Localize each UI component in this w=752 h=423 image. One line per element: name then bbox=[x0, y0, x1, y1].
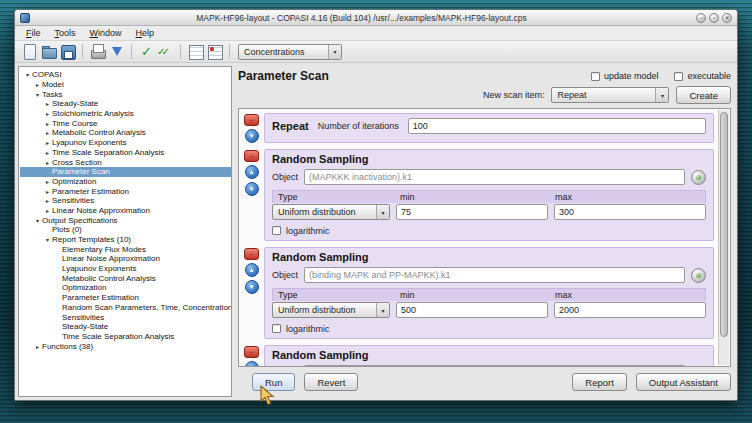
down-arrow-icon[interactable]: ▾ bbox=[33, 91, 42, 98]
create-button[interactable]: Create bbox=[676, 86, 731, 104]
tree-item-linear-noise-approximation[interactable]: Linear Noise Approximation bbox=[20, 254, 231, 264]
min-input[interactable] bbox=[396, 302, 548, 318]
tree-item-model[interactable]: ▸Model bbox=[20, 80, 231, 90]
units-combo[interactable]: Concentrations ▾ bbox=[238, 44, 342, 60]
tree-item-elementary-flux-modes[interactable]: Elementary Flux Modes bbox=[20, 244, 231, 254]
update-model-checkbox[interactable] bbox=[591, 72, 600, 81]
tree-item-output-specifications[interactable]: ▾Output Specifications bbox=[20, 215, 231, 225]
down-arrow-icon[interactable]: ▾ bbox=[33, 217, 42, 224]
tree-item-lyapunov-exponents[interactable]: ▸Lyapunov Exponents bbox=[20, 138, 231, 148]
object-select-button[interactable] bbox=[691, 268, 706, 283]
right-arrow-icon[interactable]: ▸ bbox=[43, 207, 52, 214]
object-select-button[interactable] bbox=[691, 366, 706, 367]
menu-help[interactable]: Help bbox=[129, 28, 162, 38]
right-arrow-icon[interactable]: ▸ bbox=[43, 149, 52, 156]
tree-item-parameter-estimation[interactable]: Parameter Estimation bbox=[20, 293, 231, 303]
distribution-combo[interactable]: Uniform distribution▾ bbox=[272, 204, 390, 220]
logarithmic-checkbox[interactable] bbox=[272, 226, 281, 235]
slider-dialog-icon[interactable] bbox=[187, 43, 204, 60]
menu-tools[interactable]: Tools bbox=[48, 28, 83, 38]
tree-item-random-scan-parameters-time-concentrations[interactable]: Random Scan Parameters, Time, Concentrat… bbox=[20, 303, 231, 313]
revert-button[interactable]: Revert bbox=[304, 373, 358, 391]
tree-item-sensitivities[interactable]: Sensitivities bbox=[20, 312, 231, 322]
tree-item-parameter-estimation[interactable]: ▸Parameter Estimation bbox=[20, 186, 231, 196]
dependencies-icon[interactable] bbox=[206, 43, 223, 60]
tree-item-parameter-scan[interactable]: Parameter Scan bbox=[20, 167, 231, 177]
right-arrow-icon[interactable]: ▸ bbox=[43, 100, 52, 107]
move-down-button[interactable]: ▼ bbox=[245, 182, 259, 196]
open-file-icon[interactable] bbox=[40, 43, 57, 60]
remove-item-button[interactable]: − bbox=[244, 150, 259, 162]
right-arrow-icon[interactable]: ▸ bbox=[43, 197, 52, 204]
minimize-button[interactable]: – bbox=[696, 13, 706, 23]
menu-window[interactable]: Window bbox=[83, 28, 129, 38]
right-arrow-icon[interactable]: ▸ bbox=[33, 81, 42, 88]
move-down-button[interactable]: ▼ bbox=[245, 129, 259, 143]
export-arrow-icon[interactable] bbox=[108, 43, 125, 60]
apply-check-icon[interactable] bbox=[138, 43, 155, 60]
move-up-button[interactable]: ▲ bbox=[245, 165, 259, 179]
tree-item-metabolic-control-analysis[interactable]: ▸Metabolic Control Analysis bbox=[20, 128, 231, 138]
tree-item-tasks[interactable]: ▾Tasks bbox=[20, 89, 231, 99]
down-arrow-icon[interactable]: ▾ bbox=[43, 236, 52, 243]
right-arrow-icon[interactable]: ▸ bbox=[43, 139, 52, 146]
tree-item-functions-38[interactable]: ▸Functions (38) bbox=[20, 341, 231, 351]
move-up-button[interactable]: ▲ bbox=[245, 361, 259, 366]
update-model-option[interactable]: update model bbox=[591, 71, 659, 81]
object-input[interactable] bbox=[304, 267, 685, 283]
remove-item-button[interactable]: − bbox=[244, 248, 259, 260]
tree-item-steady-state[interactable]: ▸Steady-State bbox=[20, 99, 231, 109]
distribution-combo[interactable]: Uniform distribution▾ bbox=[272, 302, 390, 318]
max-input[interactable] bbox=[554, 302, 706, 318]
menu-file[interactable]: File bbox=[19, 28, 48, 38]
min-input[interactable] bbox=[396, 204, 548, 220]
new-file-icon[interactable] bbox=[21, 43, 38, 60]
right-arrow-icon[interactable]: ▸ bbox=[43, 159, 52, 166]
save-icon[interactable] bbox=[59, 43, 76, 60]
tree-item-steady-state[interactable]: Steady-State bbox=[20, 322, 231, 332]
tree-item-report-templates-10[interactable]: ▾Report Templates (10) bbox=[20, 235, 231, 245]
tree-item-stoichiometric-analysis[interactable]: ▸Stoichiometric Analysis bbox=[20, 109, 231, 119]
tree-item-plots-0[interactable]: Plots (0) bbox=[20, 225, 231, 235]
right-arrow-icon[interactable]: ▸ bbox=[43, 120, 52, 127]
object-input[interactable] bbox=[304, 169, 685, 185]
right-arrow-icon[interactable]: ▸ bbox=[33, 343, 42, 350]
right-arrow-icon[interactable]: ▸ bbox=[43, 129, 52, 136]
close-button[interactable]: ✕ bbox=[722, 13, 732, 23]
report-button[interactable]: Report bbox=[572, 373, 627, 391]
logarithmic-checkbox[interactable] bbox=[272, 324, 281, 333]
object-select-button[interactable] bbox=[691, 170, 706, 185]
move-down-button[interactable]: ▼ bbox=[245, 280, 259, 294]
tree-item-lyapunov-exponents[interactable]: Lyapunov Exponents bbox=[20, 264, 231, 274]
move-up-button[interactable]: ▲ bbox=[245, 263, 259, 277]
print-icon[interactable] bbox=[89, 43, 106, 60]
titlebar[interactable]: MAPK-HF96-layout - COPASI 4.16 (Build 10… bbox=[15, 10, 737, 26]
remove-item-button[interactable]: − bbox=[244, 114, 259, 126]
update-all-check-icon[interactable] bbox=[157, 43, 174, 60]
output-assistant-button[interactable]: Output Assistant bbox=[636, 373, 731, 391]
tree-item-metabolic-control-analysis[interactable]: Metabolic Control Analysis bbox=[20, 273, 231, 283]
right-arrow-icon[interactable]: ▸ bbox=[43, 188, 52, 195]
tree-item-time-scale-separation-analysis[interactable]: Time Scale Separation Analysis bbox=[20, 332, 231, 342]
tree-item-linear-noise-approximation[interactable]: ▸Linear Noise Approximation bbox=[20, 206, 231, 216]
tree-item-copasi[interactable]: ▾COPASI bbox=[20, 70, 231, 80]
new-scan-item-combo[interactable]: Repeat ▾ bbox=[551, 87, 669, 103]
maximize-button[interactable]: ▫ bbox=[709, 13, 719, 23]
executable-option[interactable]: executable bbox=[674, 71, 731, 81]
remove-item-button[interactable]: − bbox=[244, 346, 259, 358]
tree-item-time-scale-separation-analysis[interactable]: ▸Time Scale Separation Analysis bbox=[20, 148, 231, 158]
tree-item-sensitivities[interactable]: ▸Sensitivities bbox=[20, 196, 231, 206]
right-arrow-icon[interactable]: ▸ bbox=[43, 178, 52, 185]
tree-item-time-course[interactable]: ▸Time Course bbox=[20, 118, 231, 128]
tree-item-cross-section[interactable]: ▸Cross Section bbox=[20, 157, 231, 167]
executable-checkbox[interactable] bbox=[674, 72, 683, 81]
scrollbar-thumb[interactable] bbox=[720, 112, 728, 337]
tree-item-optimization[interactable]: ▸Optimization bbox=[20, 177, 231, 187]
object-input[interactable] bbox=[304, 365, 685, 366]
down-arrow-icon[interactable]: ▾ bbox=[23, 71, 32, 78]
iterations-input[interactable] bbox=[408, 118, 706, 134]
tree-item-optimization[interactable]: Optimization bbox=[20, 283, 231, 293]
scrollbar[interactable] bbox=[718, 110, 729, 365]
max-input[interactable] bbox=[554, 204, 706, 220]
right-arrow-icon[interactable]: ▸ bbox=[43, 110, 52, 117]
